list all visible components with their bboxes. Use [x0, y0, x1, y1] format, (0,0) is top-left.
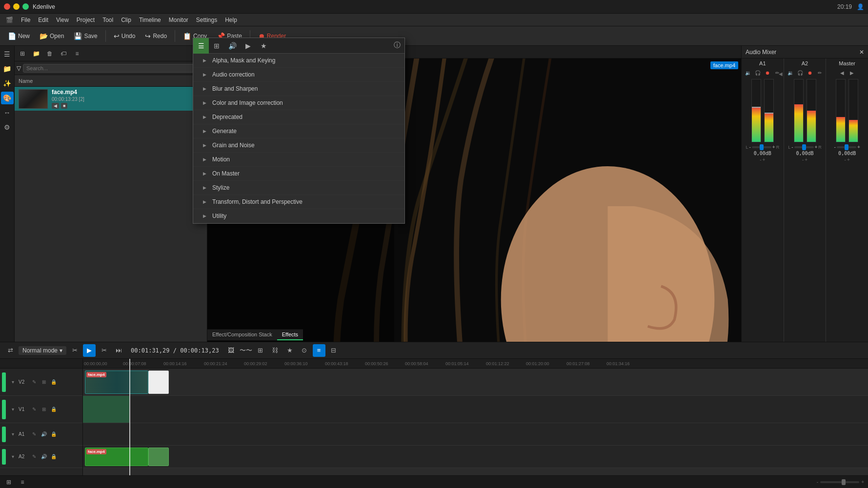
timeline-wave-btn[interactable]: 〜〜 — [240, 344, 252, 357]
v1-expand-btn[interactable]: ▾ — [9, 406, 17, 413]
effects-star-icon[interactable]: ★ — [256, 38, 271, 54]
menu-clip[interactable]: Clip — [117, 15, 135, 25]
project-view-btn[interactable]: ⊞ — [17, 48, 28, 59]
effects-category-motion[interactable]: ▶ Motion — [193, 153, 404, 167]
a1-headphone-btn[interactable]: 🎧 — [753, 68, 762, 77]
a1-fader-minus[interactable]: - — [749, 144, 751, 150]
sidebar-icon-project[interactable]: 📁 — [1, 62, 14, 75]
v2-composition-icon[interactable]: ⊞ — [40, 378, 48, 386]
v1-edit-icon[interactable]: ✎ — [30, 406, 38, 413]
sidebar-icon-apps[interactable]: ☰ — [1, 48, 14, 60]
effects-category-blur[interactable]: ▶ Blur and Sharpen — [193, 82, 404, 96]
undo-button[interactable]: ↩ Undo — [110, 30, 140, 42]
master-fader[interactable] — [837, 146, 856, 148]
minimize-dot[interactable] — [13, 3, 20, 10]
menu-kdenlive[interactable]: 🎬 — [2, 15, 17, 25]
project-delete-btn[interactable]: 🗑 — [44, 48, 56, 59]
clip-item[interactable]: face.mp4 00:00:13:23 [2] ◀ ■ — [15, 87, 207, 111]
timeline-monitor-btn[interactable]: ⊟ — [327, 344, 340, 357]
effects-category-deprecated[interactable]: ▶ Deprecated — [193, 110, 404, 124]
a2-fader-handle[interactable] — [802, 144, 806, 150]
status-grid-btn[interactable]: ⊞ — [4, 477, 14, 487]
status-zoom-slider[interactable] — [820, 481, 859, 483]
sidebar-icon-transitions[interactable]: ↔ — [1, 106, 14, 119]
menu-settings[interactable]: Settings — [192, 15, 221, 25]
a2-lock-track-icon[interactable]: 🔒 — [50, 453, 58, 461]
timeline-thumb-btn[interactable]: 🖼 — [225, 344, 238, 357]
track-content-a1[interactable] — [83, 423, 868, 446]
a2-record-btn[interactable]: ⏺ — [806, 68, 814, 77]
a2-plus-btn[interactable]: + — [805, 157, 807, 162]
a1-fader[interactable] — [752, 146, 771, 148]
sidebar-icon-settings[interactable]: ⚙ — [1, 121, 14, 134]
sidebar-icon-active[interactable]: 🎨 — [1, 92, 14, 104]
v2-edit-icon[interactable]: ✎ — [30, 378, 38, 386]
master-prev-btn[interactable]: ◀ — [838, 68, 847, 77]
track-content-v2[interactable]: face.mp4 — [83, 369, 868, 396]
timeline-star-btn[interactable]: ★ — [283, 344, 296, 357]
status-list-btn[interactable]: ≡ — [18, 477, 27, 487]
tab-effect-stack[interactable]: Effect/Composition Stack — [207, 330, 277, 340]
a1-plus-btn[interactable]: + — [763, 157, 766, 162]
a1-fader-plus[interactable]: + — [772, 144, 775, 150]
status-zoom-out[interactable]: - — [817, 479, 818, 485]
a1-fader-handle[interactable] — [760, 144, 764, 150]
a1-prev-icon[interactable]: ◀ — [779, 71, 783, 77]
save-button[interactable]: 💾 Save — [70, 30, 101, 42]
menu-view[interactable]: View — [52, 15, 73, 25]
a2-expand-btn[interactable]: ▾ — [9, 453, 17, 461]
a2-fader[interactable] — [794, 146, 814, 148]
timeline-cut-btn[interactable]: ✂ — [98, 344, 110, 357]
a2-mute-btn[interactable]: 🔉 — [786, 68, 795, 77]
track-content-a2[interactable]: face.mp4 — [83, 446, 868, 468]
maximize-dot[interactable] — [22, 3, 29, 10]
menu-tool[interactable]: Tool — [99, 15, 117, 25]
effects-category-audio[interactable]: ▶ Audio correction — [193, 68, 404, 82]
effects-grid-icon[interactable]: ⊞ — [209, 38, 224, 54]
effects-list-icon[interactable]: ☰ — [193, 38, 209, 54]
status-zoom-handle[interactable] — [842, 479, 846, 485]
audio-mixer-close[interactable]: ✕ — [859, 49, 864, 56]
menu-edit[interactable]: Edit — [34, 15, 52, 25]
timeline-mode-dropdown[interactable]: Normal mode ▾ — [19, 346, 66, 355]
timeline-play-btn[interactable]: ▶ — [83, 344, 96, 357]
new-button[interactable]: 📄 New — [4, 30, 34, 42]
master-fader-plus[interactable]: + — [857, 144, 860, 150]
timeline-active-btn[interactable]: ≡ — [313, 344, 325, 357]
project-tag-btn[interactable]: 🏷 — [58, 48, 69, 59]
menu-project[interactable]: Project — [73, 15, 99, 25]
v2-clip-face[interactable]: face.mp4 — [85, 371, 148, 394]
status-zoom-in[interactable]: + — [861, 479, 864, 485]
v2-expand-btn[interactable]: ▾ — [9, 378, 17, 386]
search-input[interactable] — [23, 64, 205, 73]
a2-edit-btn[interactable]: ✏ — [815, 68, 824, 77]
master-next-btn[interactable]: ▶ — [848, 68, 856, 77]
effects-category-color[interactable]: ▶ Color and Image correction — [193, 96, 404, 110]
timeline-edit-icon[interactable]: ✂ — [68, 344, 81, 357]
menu-monitor[interactable]: Monitor — [165, 15, 192, 25]
open-button[interactable]: 📂 Open — [36, 30, 68, 42]
master-minus-btn[interactable]: - — [845, 157, 846, 162]
a1-lock-track-icon[interactable]: 🔒 — [50, 430, 58, 438]
timeline-end-btn[interactable]: ⏭ — [112, 344, 125, 357]
a1-expand-btn[interactable]: ▾ — [9, 430, 17, 438]
menu-help[interactable]: Help — [221, 15, 241, 25]
menu-timeline[interactable]: Timeline — [135, 15, 165, 25]
redo-button[interactable]: ↪ Redo — [141, 30, 171, 42]
effects-category-transform[interactable]: ▶ Transform, Distort and Perspective — [193, 195, 404, 209]
a2-clip-face[interactable]: face.mp4 — [85, 448, 148, 466]
effects-category-onmaster[interactable]: ▶ On Master — [193, 167, 404, 181]
tab-effects[interactable]: Effects — [277, 330, 303, 340]
effects-category-generate[interactable]: ▶ Generate — [193, 124, 404, 138]
effects-category-utility[interactable]: ▶ Utility — [193, 209, 404, 223]
a2-fader-plus[interactable]: + — [815, 144, 818, 150]
timeline-comp-btn[interactable]: ⊞ — [254, 344, 267, 357]
timeline-sync-btn[interactable]: ⇄ — [4, 344, 17, 357]
project-folder-btn[interactable]: 📁 — [30, 48, 42, 59]
a2-fader-minus[interactable]: - — [791, 144, 793, 150]
effects-category-alpha[interactable]: ▶ Alpha, Mask and Keying — [193, 54, 404, 68]
master-plus-btn[interactable]: + — [847, 157, 850, 162]
effects-video-icon[interactable]: ▶ — [240, 38, 256, 54]
v2-lock-icon[interactable]: 🔒 — [50, 378, 58, 386]
a2-headphone-btn[interactable]: 🎧 — [796, 68, 805, 77]
